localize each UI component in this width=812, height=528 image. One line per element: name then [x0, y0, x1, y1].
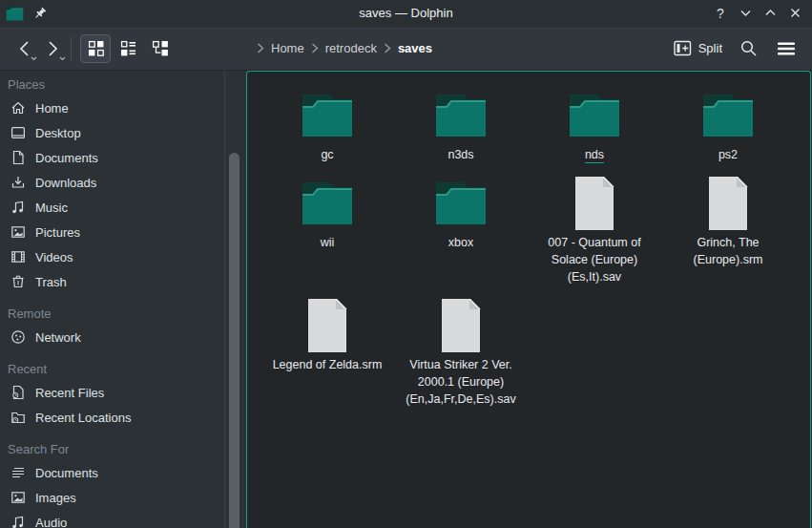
file-icon [434, 299, 488, 352]
breadcrumb-home[interactable]: Home [271, 41, 304, 55]
icons-view-icon [88, 40, 104, 56]
file-icon [301, 299, 354, 352]
file-icon [568, 177, 621, 230]
text-lines-icon [10, 465, 26, 481]
sidebar-item-search-audio[interactable]: Audio [0, 510, 224, 528]
places-list: Places Home Desktop [0, 71, 225, 528]
folder-view: gc n3ds nds ps2 wii [246, 71, 811, 528]
app-folder-icon [6, 6, 24, 21]
breadcrumb-chevron-icon[interactable] [311, 43, 319, 53]
file-item-007-quantum-of-solace[interactable]: 007 - Quantum of Solace (Europe) (Es,It)… [528, 177, 661, 285]
pin-icon[interactable] [33, 7, 47, 20]
sidebar-item-label: Documents [35, 466, 98, 480]
folder-icon [301, 177, 354, 230]
details-view-button[interactable] [113, 34, 143, 63]
section-header-places: Places [0, 74, 224, 95]
tree-view-button[interactable] [145, 34, 176, 63]
sidebar-item-network[interactable]: Network [0, 325, 224, 349]
item-label: 007 - Quantum of Solace (Europe) (Es,It)… [534, 234, 655, 285]
window-controls: ? [711, 4, 812, 23]
sidebar-item-label: Music [35, 201, 68, 215]
breadcrumb: Home retrodeck saves [257, 41, 674, 55]
sidebar-item-label: Recent Files [35, 386, 104, 400]
sidebar-item-videos[interactable]: Videos [0, 244, 224, 269]
image-icon [10, 224, 26, 241]
item-label: wii [321, 234, 335, 251]
close-button[interactable] [785, 4, 804, 23]
sidebar-item-label: Network [35, 330, 81, 345]
details-view-icon [120, 40, 136, 56]
sidebar-item-label: Trash [35, 275, 67, 289]
file-item-legend-of-zelda[interactable]: Legend of Zelda.srm [260, 299, 394, 408]
item-label: nds [585, 146, 604, 163]
minimize-button[interactable] [736, 4, 755, 23]
sidebar-item-documents[interactable]: Documents [0, 145, 224, 170]
recent-folder-icon [10, 410, 26, 426]
item-label: Grinch, The (Europe).srm [668, 234, 788, 268]
item-label: Virtua Striker 2 Ver. 2000.1 (Europe) (E… [401, 356, 521, 408]
toolbar-separator [71, 36, 72, 61]
folder-item-ps2[interactable]: ps2 [661, 89, 795, 163]
item-label: n3ds [448, 146, 473, 163]
item-label: xbox [448, 234, 473, 251]
maximize-button[interactable] [760, 4, 780, 23]
split-button-label: Split [698, 41, 722, 55]
back-button[interactable] [10, 34, 38, 63]
download-icon [10, 175, 26, 191]
sidebar-item-trash[interactable]: Trash [0, 269, 224, 294]
forward-button[interactable] [38, 34, 67, 63]
sidebar-item-recent-files[interactable]: Recent Files [0, 380, 224, 405]
image-icon [10, 490, 26, 506]
back-history-caret-icon[interactable] [31, 56, 37, 61]
sidebar-item-downloads[interactable]: Downloads [0, 170, 224, 195]
split-view-icon [674, 40, 692, 56]
section-header-remote: Remote [0, 304, 224, 325]
sidebar-item-label: Home [35, 101, 69, 116]
help-button[interactable]: ? [711, 4, 730, 23]
split-button[interactable]: Split [674, 40, 722, 56]
sidebar-item-home[interactable]: Home [0, 95, 224, 120]
sidebar-item-label: Pictures [35, 225, 80, 240]
breadcrumb-chevron-icon[interactable] [384, 43, 391, 53]
item-label: Legend of Zelda.srm [273, 356, 383, 373]
breadcrumb-chevron-icon[interactable] [257, 43, 264, 53]
breadcrumb-saves[interactable]: saves [398, 41, 432, 55]
folder-item-gc[interactable]: gc [260, 89, 394, 163]
folder-icon [568, 89, 621, 142]
sidebar-item-label: Documents [35, 151, 98, 165]
dolphin-window: saves — Dolphin ? [0, 0, 812, 528]
trash-icon [10, 274, 26, 290]
sidebar-item-music[interactable]: Music [0, 195, 224, 220]
document-icon [10, 150, 26, 166]
content-area: Places Home Desktop [0, 71, 812, 528]
item-label: ps2 [718, 146, 738, 163]
sidebar-item-pictures[interactable]: Pictures [0, 220, 224, 244]
folder-item-n3ds[interactable]: n3ds [394, 89, 528, 163]
sidebar-item-search-images[interactable]: Images [0, 485, 224, 510]
search-button[interactable] [736, 36, 760, 61]
file-item-grinch-the[interactable]: Grinch, The (Europe).srm [661, 177, 795, 285]
file-icon [701, 177, 755, 230]
search-icon [739, 39, 758, 57]
icons-view-button[interactable] [80, 34, 111, 63]
folder-icon [434, 177, 488, 230]
hamburger-menu-button[interactable] [774, 36, 799, 61]
folder-item-xbox[interactable]: xbox [394, 177, 528, 285]
hamburger-menu-icon [777, 41, 796, 56]
film-icon [10, 249, 26, 265]
tree-view-icon [152, 40, 169, 56]
forward-history-caret-icon[interactable] [59, 56, 66, 61]
folder-item-wii[interactable]: wii [260, 177, 394, 285]
folder-item-nds[interactable]: nds [528, 89, 661, 163]
sidebar-item-recent-locations[interactable]: Recent Locations [0, 405, 224, 430]
breadcrumb-retrodeck[interactable]: retrodeck [325, 41, 377, 55]
sidebar-item-desktop[interactable]: Desktop [0, 120, 224, 145]
sidebar-item-search-documents[interactable]: Documents [0, 460, 224, 485]
music-note-icon [10, 200, 26, 216]
desktop-icon [10, 125, 26, 141]
music-note-icon [10, 515, 26, 528]
sidebar-scrollbar[interactable] [229, 153, 239, 528]
item-label: gc [321, 146, 333, 163]
window-title: saves — Dolphin [0, 6, 812, 20]
file-item-virtua-striker-2[interactable]: Virtua Striker 2 Ver. 2000.1 (Europe) (E… [394, 299, 528, 408]
